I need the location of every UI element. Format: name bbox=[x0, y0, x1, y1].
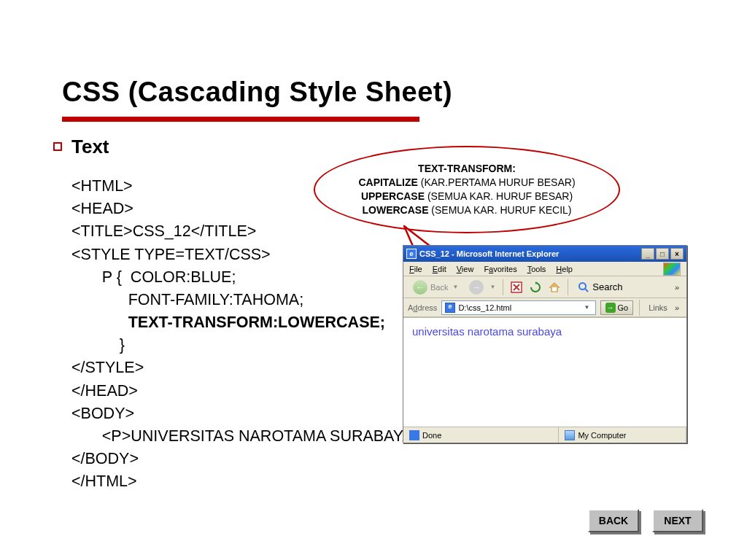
code-line: } bbox=[71, 336, 125, 354]
minimize-button[interactable]: _ bbox=[641, 248, 654, 260]
code-line: P { COLOR:BLUE; bbox=[71, 268, 236, 286]
status-done: Done bbox=[422, 431, 441, 440]
callout-bubble: TEXT-TRANSFORM: CAPITALIZE (KAR.PERTAMA … bbox=[314, 146, 620, 233]
code-line: </HTML> bbox=[71, 472, 137, 490]
code-line: </HEAD> bbox=[71, 382, 138, 400]
address-input[interactable]: D:\css_12.html ▼ bbox=[441, 300, 595, 315]
code-line-bold: TEXT-TRANSFORM:LOWERCASE; bbox=[71, 314, 385, 331]
title-rule bbox=[62, 117, 419, 122]
toolbar-separator bbox=[568, 279, 568, 295]
stop-button[interactable] bbox=[509, 280, 524, 295]
menubar: File Edit View Favorites Tools Help bbox=[403, 262, 686, 276]
code-line: <HEAD> bbox=[71, 200, 133, 217]
links-overflow-icon[interactable]: » bbox=[675, 303, 682, 312]
computer-icon bbox=[565, 430, 575, 440]
go-arrow-icon: → bbox=[605, 303, 616, 313]
bubble-line2: (KAR.PERTAMA HURUF BESAR) bbox=[418, 176, 576, 188]
home-button[interactable] bbox=[547, 280, 562, 295]
menu-favorites[interactable]: Favorites bbox=[484, 265, 516, 273]
status-zone: My Computer bbox=[578, 431, 626, 440]
page-content: universitas narotama surabaya bbox=[403, 317, 686, 427]
maximize-button[interactable]: □ bbox=[656, 248, 669, 260]
status-bar: Done My Computer bbox=[403, 427, 686, 443]
code-line: <P>UNIVERSITAS NAROTAMA SURABAYA</P> bbox=[71, 427, 446, 445]
code-line: FONT-FAMILY:TAHOMA; bbox=[71, 291, 303, 308]
code-line: <STYLE TYPE=TEXT/CSS> bbox=[71, 246, 271, 263]
bullet-icon bbox=[53, 142, 62, 151]
forward-button[interactable]: → bbox=[469, 280, 484, 295]
code-line: </BODY> bbox=[71, 450, 139, 467]
ie-icon: e bbox=[406, 249, 417, 259]
address-label: Address bbox=[408, 303, 437, 312]
menu-help[interactable]: Help bbox=[556, 265, 573, 273]
go-button[interactable]: → Go bbox=[600, 300, 634, 315]
toolbar-overflow-icon[interactable]: » bbox=[675, 283, 682, 292]
slide-title: CSS (Cascading Style Sheet) bbox=[62, 77, 452, 108]
window-titlebar[interactable]: e CSS_12 - Microsoft Internet Explorer _… bbox=[403, 246, 686, 262]
bubble-line4: (SEMUA KAR. HURUF KECIL) bbox=[428, 204, 571, 216]
code-line: <BODY> bbox=[71, 405, 134, 422]
bubble-line2-bold: CAPITALIZE bbox=[358, 176, 417, 188]
page-icon bbox=[445, 303, 455, 313]
back-arrow-icon: ← bbox=[413, 280, 427, 295]
slide-back-button[interactable]: BACK bbox=[588, 509, 639, 532]
window-title: CSS_12 - Microsoft Internet Explorer bbox=[419, 249, 641, 258]
code-line: <HTML> bbox=[71, 177, 133, 195]
section-subtitle: Text bbox=[71, 136, 109, 158]
bubble-line3-bold: UPPERCASE bbox=[361, 190, 425, 202]
refresh-button[interactable] bbox=[528, 280, 543, 295]
address-bar: Address D:\css_12.html ▼ → Go Links » bbox=[403, 298, 686, 317]
address-value: D:\css_12.html bbox=[458, 303, 511, 312]
code-line: <TITLE>CSS_12</TITLE> bbox=[71, 222, 256, 240]
bubble-line3: (SEMUA KAR. HURUF BESAR) bbox=[425, 190, 573, 202]
menu-file[interactable]: File bbox=[409, 265, 422, 273]
rendered-paragraph: universitas narotama surabaya bbox=[412, 325, 562, 338]
go-label: Go bbox=[618, 303, 629, 312]
menu-edit[interactable]: Edit bbox=[433, 265, 446, 273]
code-line: </STYLE> bbox=[71, 359, 144, 376]
bubble-line1: TEXT-TRANSFORM: bbox=[418, 163, 516, 174]
menu-tools[interactable]: Tools bbox=[527, 265, 546, 273]
links-label[interactable]: Links bbox=[646, 303, 670, 312]
svg-point-1 bbox=[579, 283, 586, 289]
bubble-line4-bold: LOWERCASE bbox=[362, 204, 428, 216]
forward-dropdown-icon[interactable]: ▼ bbox=[488, 284, 497, 290]
search-button[interactable]: Search bbox=[574, 280, 626, 295]
status-page-icon bbox=[409, 430, 419, 440]
toolbar-separator bbox=[503, 279, 503, 295]
search-label: Search bbox=[592, 281, 622, 292]
slide-next-button[interactable]: NEXT bbox=[652, 509, 703, 532]
toolbar: ← Back ▼ → ▼ Search » bbox=[403, 276, 686, 298]
back-button[interactable]: ← Back ▼ bbox=[408, 278, 465, 297]
back-dropdown-icon[interactable]: ▼ bbox=[451, 284, 460, 290]
browser-window: e CSS_12 - Microsoft Internet Explorer _… bbox=[403, 245, 687, 443]
close-button[interactable]: × bbox=[670, 248, 684, 260]
windows-logo-icon bbox=[663, 262, 681, 276]
menu-view[interactable]: View bbox=[457, 265, 474, 273]
toolbar-separator bbox=[639, 300, 640, 316]
back-label: Back bbox=[430, 283, 448, 292]
address-dropdown-icon[interactable]: ▼ bbox=[582, 304, 592, 311]
